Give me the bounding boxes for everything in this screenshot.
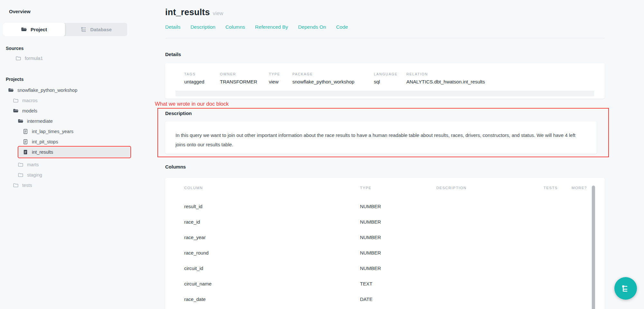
description-heading: Description: [165, 111, 597, 116]
folder-closed-icon: [18, 172, 24, 178]
tabs-divider: [165, 38, 605, 38]
detail-field-relation: RELATIONANALYTICS.dbt_hwatson.int_result…: [406, 72, 485, 84]
sources-list: formula1: [6, 53, 129, 63]
tree-item-intermediate[interactable]: intermediate: [6, 116, 129, 126]
details-fields: TAGSuntaggedOWNERTRANSFORMERTYPEviewPACK…: [184, 72, 605, 84]
columns-scrollbar[interactable]: [591, 185, 596, 309]
tree-item-int_lap_times_years[interactable]: int_lap_times_years: [6, 126, 129, 137]
columns-table-body: result_idNUMBERrace_idNUMBERrace_yearNUM…: [184, 198, 605, 309]
detail-field-language: LANGUAGEsql: [374, 72, 406, 84]
column-row-race_date[interactable]: race_dateDATE: [184, 291, 605, 307]
source-item-label: formula1: [25, 56, 43, 61]
database-toggle-button[interactable]: Database: [65, 23, 127, 36]
tree-item-models[interactable]: models: [6, 106, 129, 116]
tree-item-label: marts: [27, 162, 39, 167]
detail-field-label: PACKAGE: [292, 72, 374, 76]
details-card: TAGSuntaggedOWNERTRANSFORMERTYPEviewPACK…: [165, 63, 605, 99]
details-collapsed-strip[interactable]: [175, 91, 594, 96]
tree-item-label: int_results: [32, 150, 53, 155]
columns-card: COLUMNTYPEDESCRIPTIONTESTSMORE? result_i…: [165, 178, 605, 309]
model-name: int_results: [165, 7, 210, 17]
cell-type: NUMBER: [360, 219, 436, 225]
detail-field-label: LANGUAGE: [374, 72, 406, 76]
detail-field-value: untagged: [184, 79, 220, 84]
tree-item-label: tests: [22, 183, 32, 188]
cell-type: TEXT: [360, 281, 436, 286]
tab-depends-on[interactable]: Depends On: [298, 24, 326, 30]
tab-referenced-by[interactable]: Referenced By: [255, 24, 288, 30]
tree-item-label: staging: [27, 172, 42, 178]
tab-description[interactable]: Description: [190, 24, 215, 30]
columns-heading: Columns: [165, 164, 605, 169]
cell-type: NUMBER: [360, 235, 436, 240]
view-toggle: Project Database: [3, 23, 127, 36]
tree-item-label: models: [22, 108, 37, 113]
tree-item-int_results[interactable]: int_results: [19, 147, 130, 157]
detail-field-value: TRANSFORMER: [220, 79, 269, 84]
file-icon: [23, 129, 28, 134]
description-text: In this query we want to join out other …: [175, 130, 586, 149]
cell-column: circuit_name: [184, 281, 360, 286]
folder-closed-icon: [13, 182, 19, 188]
column-row-circuit_id[interactable]: circuit_idNUMBER: [184, 260, 605, 276]
tab-columns[interactable]: Columns: [225, 24, 245, 30]
column-header-column: COLUMN: [184, 186, 360, 190]
scrollbar-thumb[interactable]: [592, 186, 595, 309]
detail-field-label: RELATION: [406, 72, 485, 76]
detail-field-value: view: [269, 79, 292, 84]
tree-item-snowflake_python_workshop[interactable]: snowflake_python_workshop: [6, 85, 129, 95]
cell-type: DATE: [360, 296, 436, 302]
column-row-race_id[interactable]: race_idNUMBER: [184, 214, 605, 229]
cell-column: circuit_id: [184, 266, 360, 271]
column-header-tests: TESTS: [544, 186, 572, 190]
tree-item-label: int_lap_times_years: [32, 129, 73, 134]
tree-item-marts[interactable]: marts: [6, 159, 129, 170]
project-tree: snowflake_python_workshopmacrosmodelsint…: [6, 85, 129, 190]
project-toggle-label: Project: [31, 27, 47, 32]
tree-item-macros[interactable]: macros: [6, 95, 129, 106]
tree-item-label: snowflake_python_workshop: [17, 88, 77, 93]
lineage-graph-button[interactable]: [614, 277, 637, 300]
detail-field-value: snowflake_python_workshop: [292, 79, 374, 84]
cell-type: NUMBER: [360, 204, 436, 209]
column-row-race_time[interactable]: race_timeTIME: [184, 307, 605, 309]
details-heading: Details: [165, 52, 605, 57]
sources-heading: Sources: [6, 46, 129, 51]
folder-closed-icon: [13, 98, 19, 103]
main-content: int_resultsview DetailsDescriptionColumn…: [129, 0, 644, 309]
tabs: DetailsDescriptionColumnsReferenced ByDe…: [165, 24, 605, 30]
materialization-badge: view: [213, 11, 223, 16]
overview-heading: Overview: [6, 9, 129, 14]
folder-open-icon: [8, 87, 14, 93]
column-row-race_year[interactable]: race_yearNUMBER: [184, 229, 605, 245]
cell-column: race_year: [184, 235, 360, 240]
tab-code[interactable]: Code: [336, 24, 348, 30]
tree-item-staging[interactable]: staging: [6, 170, 129, 180]
column-row-race_round[interactable]: race_roundNUMBER: [184, 245, 605, 260]
column-row-circuit_name[interactable]: circuit_nameTEXT: [184, 276, 605, 291]
folder-closed-icon: [18, 162, 24, 168]
column-header-more: MORE?: [572, 186, 605, 190]
description-card: In this query we want to join out other …: [165, 121, 597, 154]
detail-field-value: sql: [374, 79, 406, 84]
folder-open-icon: [13, 108, 19, 114]
source-item-formula1[interactable]: formula1: [6, 53, 129, 63]
tree-item-tests[interactable]: tests: [6, 180, 129, 190]
project-toggle-button[interactable]: Project: [3, 23, 65, 36]
cell-column: race_round: [184, 250, 360, 256]
sidebar: Overview Project Database Sources formul…: [0, 0, 129, 309]
folder-closed-icon: [15, 55, 21, 61]
tree-item-int_pit_stops[interactable]: int_pit_stops: [6, 137, 129, 147]
folder-open-icon: [18, 118, 24, 124]
column-header-description: DESCRIPTION: [436, 186, 544, 190]
cell-type: NUMBER: [360, 250, 436, 256]
file-icon: [23, 139, 28, 145]
tab-details[interactable]: Details: [165, 24, 180, 30]
tree-icon: [80, 26, 87, 33]
detail-field-label: TYPE: [269, 72, 292, 76]
lineage-icon: [621, 284, 630, 293]
column-row-result_id[interactable]: result_idNUMBER: [184, 198, 605, 214]
tree-item-label: int_pit_stops: [32, 139, 58, 144]
detail-field-value: ANALYTICS.dbt_hwatson.int_results: [406, 79, 485, 84]
cell-type: NUMBER: [360, 266, 436, 271]
